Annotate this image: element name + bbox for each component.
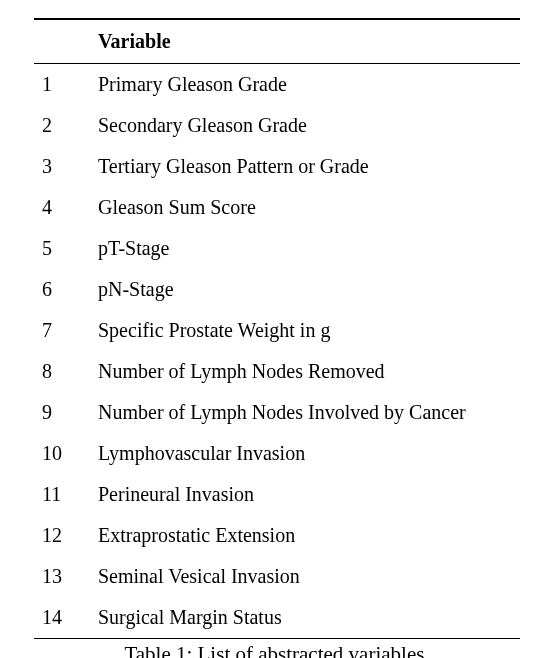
row-variable: pN-Stage: [90, 269, 520, 310]
row-variable: Specific Prostate Weight in g: [90, 310, 520, 351]
table-header-row: Variable: [34, 19, 520, 64]
row-num: 8: [34, 351, 90, 392]
table-row: 3 Tertiary Gleason Pattern or Grade: [34, 146, 520, 187]
variables-table: Variable 1 Primary Gleason Grade 2 Secon…: [34, 18, 520, 639]
row-num: 12: [34, 515, 90, 556]
table-row: 14 Surgical Margin Status: [34, 597, 520, 639]
row-variable: Number of Lymph Nodes Removed: [90, 351, 520, 392]
row-variable: pT-Stage: [90, 228, 520, 269]
row-variable: Number of Lymph Nodes Involved by Cancer: [90, 392, 520, 433]
row-num: 13: [34, 556, 90, 597]
header-num: [34, 19, 90, 64]
row-variable: Gleason Sum Score: [90, 187, 520, 228]
row-num: 6: [34, 269, 90, 310]
table-row: 5 pT-Stage: [34, 228, 520, 269]
row-variable: Surgical Margin Status: [90, 597, 520, 639]
row-num: 14: [34, 597, 90, 639]
row-variable: Lymphovascular Invasion: [90, 433, 520, 474]
row-variable: Perineural Invasion: [90, 474, 520, 515]
row-num: 10: [34, 433, 90, 474]
row-num: 1: [34, 64, 90, 106]
table-row: 9 Number of Lymph Nodes Involved by Canc…: [34, 392, 520, 433]
row-num: 3: [34, 146, 90, 187]
table-row: 10 Lymphovascular Invasion: [34, 433, 520, 474]
table-row: 13 Seminal Vesical Invasion: [34, 556, 520, 597]
table-row: 4 Gleason Sum Score: [34, 187, 520, 228]
table-row: 8 Number of Lymph Nodes Removed: [34, 351, 520, 392]
row-num: 9: [34, 392, 90, 433]
header-variable: Variable: [90, 19, 520, 64]
table-row: 6 pN-Stage: [34, 269, 520, 310]
table-row: 11 Perineural Invasion: [34, 474, 520, 515]
table-container: Variable 1 Primary Gleason Grade 2 Secon…: [0, 0, 554, 658]
row-variable: Extraprostatic Extension: [90, 515, 520, 556]
row-num: 7: [34, 310, 90, 351]
row-variable: Tertiary Gleason Pattern or Grade: [90, 146, 520, 187]
row-variable: Primary Gleason Grade: [90, 64, 520, 106]
row-num: 5: [34, 228, 90, 269]
row-num: 4: [34, 187, 90, 228]
row-num: 2: [34, 105, 90, 146]
table-body: 1 Primary Gleason Grade 2 Secondary Glea…: [34, 64, 520, 639]
table-row: 7 Specific Prostate Weight in g: [34, 310, 520, 351]
row-variable: Seminal Vesical Invasion: [90, 556, 520, 597]
table-caption: Table 1: List of abstracted variables.: [34, 639, 520, 658]
table-row: 12 Extraprostatic Extension: [34, 515, 520, 556]
table-row: 1 Primary Gleason Grade: [34, 64, 520, 106]
table-row: 2 Secondary Gleason Grade: [34, 105, 520, 146]
row-variable: Secondary Gleason Grade: [90, 105, 520, 146]
row-num: 11: [34, 474, 90, 515]
